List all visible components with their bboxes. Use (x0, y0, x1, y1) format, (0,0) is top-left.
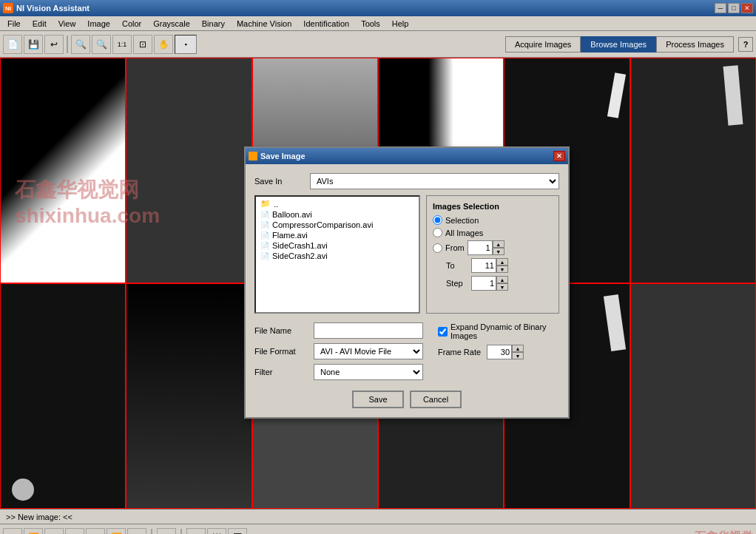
radio-from-label[interactable]: From (445, 243, 465, 252)
bottom-toolbar: ⏮ ⏪ ◀ ■ ▶ ⏩ ⏭ ↺ ⊞ 🖼 🎞 石鑫华视觉 (0, 524, 756, 534)
pan-button[interactable]: ✋ (154, 35, 173, 54)
from-spinner[interactable]: ▲ ▼ (468, 240, 504, 255)
file-item-balloon[interactable]: 📄 Balloon.avi (257, 209, 417, 220)
save-button[interactable]: Save (352, 391, 404, 408)
prev-fast-button[interactable]: ⏪ (24, 528, 43, 535)
frame-rate-spinner-buttons: ▲ ▼ (512, 345, 524, 359)
img-cell-7 (0, 283, 126, 509)
file-item-sidecrash1[interactable]: 📄 SideCrash1.avi (257, 240, 417, 251)
from-increment[interactable]: ▲ (493, 240, 504, 248)
title-bar-left: NI NI Vision Assistant (3, 3, 90, 13)
step-spinner-buttons: ▲ ▼ (496, 276, 508, 291)
action-buttons: Save Cancel (254, 391, 559, 408)
menu-identification[interactable]: Identification (297, 18, 355, 30)
file-item-parent[interactable]: 📁 .. (257, 198, 417, 209)
zoom-out-button[interactable]: 🔍 (92, 35, 111, 54)
zoom-fit-button[interactable]: ⊡ (133, 35, 152, 54)
menu-image[interactable]: Image (81, 18, 116, 30)
next-fast-button[interactable]: ⏩ (107, 528, 126, 535)
tab-browse-images[interactable]: Browse Images (581, 36, 656, 53)
last-frame-button[interactable]: ⏭ (127, 528, 146, 535)
to-increment[interactable]: ▲ (496, 258, 508, 266)
new-button[interactable]: 📄 (3, 35, 22, 54)
frame-rate-increment[interactable]: ▲ (512, 345, 524, 352)
step-increment[interactable]: ▲ (496, 276, 508, 283)
frame-rate-spinner[interactable]: ▲ ▼ (487, 345, 524, 359)
images-selection-title: Images Selection (433, 202, 553, 211)
zoom-in-button[interactable]: 🔍 (71, 35, 90, 54)
step-label: Step (446, 279, 468, 288)
img-cell-1 (0, 58, 126, 283)
file-name-row: File Name (254, 322, 423, 339)
frame-rate-input[interactable] (487, 345, 512, 359)
to-decrement[interactable]: ▼ (496, 266, 508, 273)
step-decrement[interactable]: ▼ (496, 283, 508, 291)
menu-machine-vision[interactable]: Machine Vision (231, 18, 297, 30)
img-cell-6 (630, 58, 756, 283)
file-format-select[interactable]: AVI - AVI Movie File BMP - Bitmap JPEG -… (314, 343, 423, 359)
menu-color[interactable]: Color (116, 18, 147, 30)
open-button[interactable]: 💾 (24, 35, 43, 54)
radio-from[interactable] (433, 243, 442, 253)
filter-select[interactable]: None Gaussian Median (314, 364, 423, 380)
menu-view[interactable]: View (53, 18, 82, 30)
dialog-title-text: Save Image (249, 152, 306, 160)
first-frame-button[interactable]: ⏮ (3, 528, 22, 535)
play-button[interactable]: ▶ (86, 528, 105, 535)
radio-selection[interactable] (433, 215, 442, 225)
file-name-input[interactable] (314, 322, 423, 339)
file-list-container[interactable]: 📁 .. 📄 Balloon.avi 📄 CompressorCompariso… (254, 195, 420, 314)
menu-edit[interactable]: Edit (27, 18, 53, 30)
save-in-select[interactable]: AVIs Images Documents (310, 173, 559, 189)
dialog-body: Save In AVIs Images Documents 📁 (246, 164, 568, 417)
file-item-sidecrash2-name: SideCrash2.avi (272, 251, 328, 260)
radio-row-selection: Selection (433, 215, 553, 225)
close-button[interactable]: ✕ (741, 3, 753, 13)
file-item-compressor[interactable]: 📄 CompressorComparison.avi (257, 220, 417, 230)
save-button[interactable]: ↩ (44, 35, 64, 54)
title-bar: NI NI Vision Assistant ─ □ ✕ (0, 0, 756, 16)
file-item-sidecrash2[interactable]: 📄 SideCrash2.avi (257, 251, 417, 261)
filter-row: Filter None Gaussian Median (254, 364, 423, 380)
dialog-title-label: Save Image (260, 152, 306, 160)
expand-dynamic-checkbox[interactable] (438, 327, 448, 337)
minimize-button[interactable]: ─ (715, 3, 726, 13)
expand-dynamic-label[interactable]: Expand Dynamic of Binary Images (450, 322, 559, 340)
doc-icon-balloon: 📄 (260, 211, 269, 219)
reset-button[interactable]: ↺ (157, 528, 176, 535)
prev-button[interactable]: ◀ (44, 528, 64, 535)
radio-all-images-label[interactable]: All Images (445, 229, 483, 237)
file-name-label: File Name (254, 326, 314, 335)
from-input[interactable] (468, 240, 493, 255)
cancel-button[interactable]: Cancel (410, 391, 462, 408)
from-decrement[interactable]: ▼ (493, 248, 504, 255)
radio-all-images[interactable] (433, 228, 442, 237)
file-item-flame[interactable]: 📄 Flame.avi (257, 230, 417, 240)
zoom-1-button[interactable]: 1:1 (112, 35, 132, 54)
to-input[interactable] (471, 258, 496, 273)
frame-rate-row: Frame Rate ▲ ▼ (438, 345, 559, 359)
menu-help[interactable]: Help (386, 18, 415, 30)
dialog-close-button[interactable]: ✕ (553, 151, 565, 161)
frame-rate-decrement[interactable]: ▼ (512, 352, 524, 359)
stop-button[interactable]: ■ (65, 528, 84, 535)
to-spinner[interactable]: ▲ ▼ (471, 258, 508, 273)
help-button[interactable]: ? (738, 37, 753, 52)
file-item-sidecrash1-name: SideCrash1.avi (272, 241, 328, 250)
tab-process-images[interactable]: Process Images (656, 36, 734, 53)
tab-acquire-images[interactable]: Acquire Images (505, 36, 581, 53)
filmstrip-button[interactable]: 🎞 (228, 528, 247, 535)
grid-view-button[interactable]: ⊞ (186, 528, 206, 535)
restore-button[interactable]: □ (728, 3, 740, 13)
step-input[interactable] (471, 276, 496, 291)
menu-bar: File Edit View Image Color Grayscale Bin… (0, 16, 756, 31)
dialog-title-bar: Save Image ✕ (246, 148, 568, 164)
step-spinner[interactable]: ▲ ▼ (471, 276, 508, 291)
menu-binary[interactable]: Binary (196, 18, 231, 30)
thumbnail-button[interactable]: 🖼 (207, 528, 226, 535)
menu-grayscale[interactable]: Grayscale (147, 18, 196, 30)
menu-file[interactable]: File (1, 18, 27, 30)
save-in-control[interactable]: AVIs Images Documents (310, 173, 559, 189)
menu-tools[interactable]: Tools (355, 18, 386, 30)
radio-selection-label[interactable]: Selection (445, 216, 479, 225)
